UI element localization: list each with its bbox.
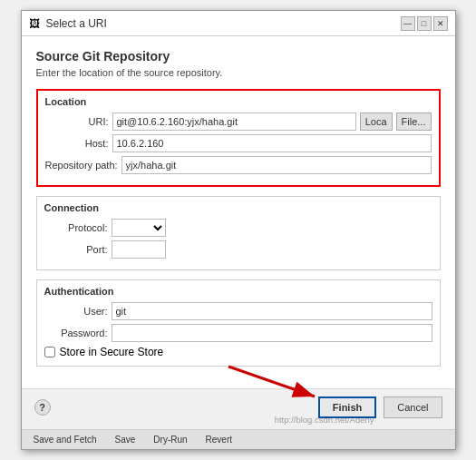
location-group-label: Location — [45, 96, 432, 107]
window-icon: 🖼 — [29, 17, 42, 30]
host-row: Host: — [45, 134, 432, 152]
uri-input[interactable] — [112, 113, 356, 131]
local-button[interactable]: Loca — [360, 113, 393, 131]
dialog-content: Source Git Repository Enter the location… — [22, 36, 455, 388]
user-label: User: — [44, 306, 108, 317]
window-title: Select a URI — [46, 17, 107, 30]
protocol-select[interactable] — [112, 219, 166, 237]
location-group: Location URI: Loca File... Host: Reposit… — [36, 89, 441, 187]
store-secure-row: Store in Secure Store — [44, 346, 432, 358]
connection-group-label: Connection — [44, 202, 432, 213]
connection-group: Connection Protocol: Port: — [36, 196, 441, 270]
close-button[interactable]: ✕ — [433, 16, 448, 31]
repo-path-row: Repository path: — [45, 156, 432, 174]
bottom-bar: Save and Fetch Save Dry-Run Revert — [22, 429, 455, 449]
title-bar: 🖼 Select a URI — □ ✕ — [22, 11, 455, 36]
password-label: Password: — [44, 328, 108, 338]
uri-row: URI: Loca File... — [45, 113, 432, 131]
port-row: Port: — [44, 240, 432, 259]
uri-label: URI: — [45, 116, 109, 127]
protocol-row: Protocol: — [44, 219, 432, 237]
user-input[interactable] — [112, 302, 432, 320]
dialog-footer: ? Finish Cancel — [22, 388, 455, 429]
port-label: Port: — [44, 244, 108, 255]
help-button[interactable]: ? — [34, 399, 51, 416]
save-fetch-button[interactable]: Save and Fetch — [27, 433, 103, 446]
auth-group: Authentication User: Password: Store in … — [36, 279, 441, 367]
section-title: Source Git Repository — [36, 49, 441, 64]
user-row: User: — [44, 302, 432, 320]
maximize-button[interactable]: □ — [417, 16, 432, 31]
dialog-window: 🖼 Select a URI — □ ✕ Source Git Reposito… — [21, 10, 456, 450]
cancel-button[interactable]: Cancel — [384, 396, 442, 418]
section-description: Enter the location of the source reposit… — [36, 67, 441, 78]
finish-button[interactable]: Finish — [318, 396, 376, 418]
dry-run-button[interactable]: Dry-Run — [147, 433, 193, 446]
file-button[interactable]: File... — [396, 113, 432, 131]
minimize-button[interactable]: — — [401, 16, 415, 31]
port-input[interactable] — [112, 240, 166, 259]
auth-group-label: Authentication — [44, 286, 432, 297]
window-controls: — □ ✕ — [401, 16, 448, 31]
password-input[interactable] — [112, 324, 432, 342]
protocol-label: Protocol: — [44, 222, 108, 233]
repo-path-label: Repository path: — [45, 160, 118, 171]
revert-button[interactable]: Revert — [199, 433, 238, 446]
host-label: Host: — [45, 138, 109, 149]
store-secure-label: Store in Secure Store — [60, 346, 164, 358]
save-button[interactable]: Save — [109, 433, 142, 446]
store-secure-checkbox[interactable] — [44, 347, 55, 357]
repo-path-input[interactable] — [121, 156, 432, 174]
password-row: Password: — [44, 324, 432, 342]
host-input[interactable] — [112, 134, 432, 152]
